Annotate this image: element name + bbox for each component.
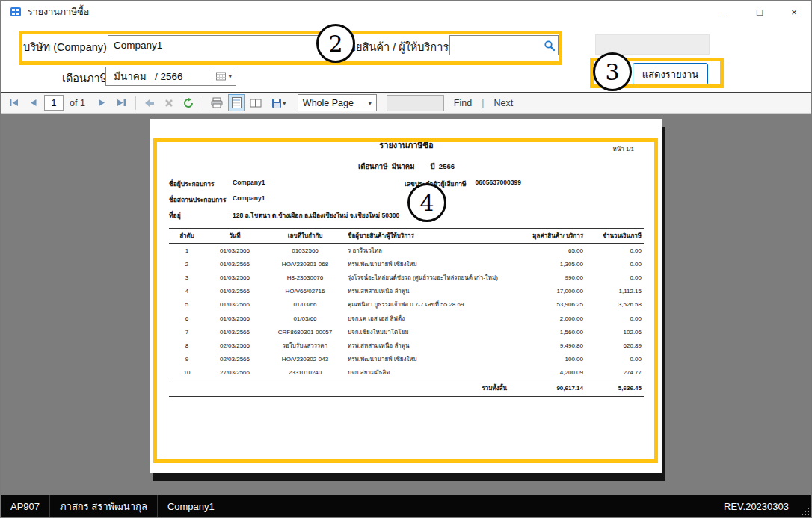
disabled-field [595,34,710,55]
operator-label: ชื่อผู้ประกอบการ [169,179,233,189]
report-table-row: 802/03/2566รอใบรับแสวรรคาทรพ.สหสามเหนือ … [169,339,644,352]
report-header-info: ชื่อผู้ประกอบการ Company1 เลขประจำตัวผู้… [169,179,644,221]
calendar-dropdown[interactable]: ▾ [212,72,236,81]
report-table-row: 101/03/256601032566ร อารีรเวไทล65.000.00 [169,244,644,258]
find-button[interactable]: Find [454,98,472,108]
report-month-line: เดือนภาษี มีนาคม ปี 2566 [169,161,644,172]
operator-value: Company1 [233,179,265,189]
company-label: บริษัท (Company) [23,38,107,55]
report-table-row: 301/03/2566H8-23030076รุ่งโรจน์อะไหล่ยนต… [169,271,644,284]
stop-icon [164,99,173,108]
establishment-label: ชื่อสถานประกอบการ [169,194,233,205]
report-table-row: 902/03/2566HO/V230302-043ทรพ.พัฒนานายพ์ … [169,353,644,366]
report-table-row: 401/03/2566HO/V66/02716ทรพ.สหสามเหนือ ลำ… [169,285,644,298]
report-table-header-row: ลำดับวันที่เลขที่ใบกำกับชื่อผู้ขายสินค้า… [169,229,644,244]
status-bar: AP907 ภาสกร สราพัฒนากุล Company1 REV.202… [1,495,811,517]
show-report-button[interactable]: แสดงรายงาน [633,63,708,85]
establishment-value: Company1 [233,194,265,205]
previous-page-icon [29,99,37,107]
zoom-select[interactable]: Whole Page ▾ [298,94,377,111]
app-icon [10,6,22,18]
report-table-row: 601/03/256601/03/66บจก.เค เอส เอส ลิฟติ้… [169,312,644,325]
last-page-icon [117,99,126,107]
first-page-icon [9,99,19,107]
status-revision: REV.20230303 [724,501,811,512]
page-count-label: of 1 [70,98,85,108]
status-company-name: Company1 [158,495,224,517]
report-table-row: 501/03/256601/03/66คุณพนิดา กูธรรมเจ้าพ่… [169,298,644,312]
total-value: 90,617.14 [514,380,585,397]
report-column-header: มูลค่าสินค้า/ บริการ [514,229,585,244]
report-preview-area[interactable]: รายงานภาษีซื้อ หน้า 1/1 เดือนภาษี มีนาคม… [1,114,811,496]
export-dropdown-icon: ▾ [283,99,286,107]
address-label: ที่อยู่ [169,210,233,221]
reportviewer-toolbar: of 1 [1,92,811,114]
report-total-row: รวมทั้งสิ้น 90,617.14 5,636.45 [169,380,644,397]
vendor-search-input[interactable] [450,36,544,55]
chevron-down-icon: ▾ [228,73,232,80]
search-icon[interactable] [544,40,556,52]
tax-id-value: 0605637000399 [476,179,521,189]
stop-rendering-button[interactable] [161,94,178,111]
next-page-icon [98,99,106,107]
maximize-button[interactable]: □ [742,1,777,23]
back-arrow-icon [144,99,155,108]
chevron-down-icon: ▾ [364,99,376,107]
vendor-label: ขายสินค้า / ผู้ให้บริการ [342,38,449,55]
company-input[interactable] [108,35,327,55]
vendor-search-box [449,35,559,55]
refresh-button[interactable] [180,94,197,111]
report-column-header: ชื่อผู้ขายสินค้า/ผู้ให้บริการ [345,229,514,244]
calendar-icon [216,72,226,81]
status-program-code: AP907 [1,495,50,517]
report-table-row: 701/03/2566CRF8680301-00057บจก.เชียงใหม่… [169,325,644,339]
tax-month-picker[interactable]: มีนาคม / 2566 ▾ [105,67,236,86]
export-button[interactable]: ▾ [267,94,291,111]
window-controls: – □ × [708,1,811,23]
find-next-button[interactable]: Next [493,98,513,108]
titlebar: รายงานภาษีซื้อ – □ × [1,1,811,23]
minimize-button[interactable]: – [708,1,742,23]
toolbar-divider [135,96,136,110]
report-table-body: 101/03/256601032566ร อารีรเวไทล65.000.00… [169,244,644,380]
report-column-header: เลขที่ใบกำกับ [265,229,345,244]
print-button[interactable] [209,94,226,111]
form-panel: บริษัท (Company) ขายสินค้า / ผู้ให้บริกา… [1,23,811,92]
address-value: 128 ถ.โชตนา ต.ช้างเผือก อ.เมืองเชียงใหม่… [233,210,399,221]
page-number-input[interactable] [44,95,64,111]
print-layout-icon [232,97,242,108]
resize-grip-icon[interactable] [801,507,809,515]
tax-month-value: มีนาคม / 2566 [106,68,212,84]
report-page: รายงานภาษีซื้อ หน้า 1/1 เดือนภาษี มีนาคม… [150,119,662,473]
total-tax: 5,636.45 [585,380,644,397]
print-layout-button[interactable] [228,94,245,111]
find-next-divider: | [482,98,484,108]
close-button[interactable]: × [777,1,811,23]
tax-month-label: เดือนภาษี [62,70,107,87]
window-title: รายงานภาษีซื้อ [28,4,89,19]
report-column-header: วันที่ [205,229,265,244]
zoom-value: Whole Page [298,98,364,108]
report-column-header: จำนวนเงินภาษี [585,229,644,244]
back-to-parent-button[interactable] [141,94,159,111]
previous-page-button[interactable] [25,94,42,111]
report-table: ลำดับวันที่เลขที่ใบกำกับชื่อผู้ขายสินค้า… [169,228,644,398]
first-page-button[interactable] [5,94,22,111]
report-column-header: ลำดับ [169,229,205,244]
page-setup-button[interactable] [247,94,265,111]
page-setup-icon [250,98,262,108]
printer-icon [211,97,223,108]
report-title: รายงานภาษีซื้อ [169,138,644,152]
status-user-name: ภาสกร สราพัฒนากุล [50,495,158,517]
report-table-row: 1027/03/25662331010240บจก.สยามมัธลิต4,20… [169,366,644,380]
tax-id-line: เลขประจำตัวผู้เสียภาษี 0605637000399 [405,179,521,189]
toolbar-divider [203,96,203,110]
report-table-row: 201/03/2566HO/V230301-068ทรพ.พัฒนานายพ์ … [169,257,644,271]
refresh-icon [183,98,194,108]
report-page-number: หน้า 1/1 [612,144,634,154]
next-page-button[interactable] [93,94,111,111]
find-text-input[interactable] [387,95,444,111]
tax-id-label: เลขประจำตัวผู้เสียภาษี [405,179,467,189]
save-export-icon [271,98,282,108]
last-page-button[interactable] [113,94,130,111]
